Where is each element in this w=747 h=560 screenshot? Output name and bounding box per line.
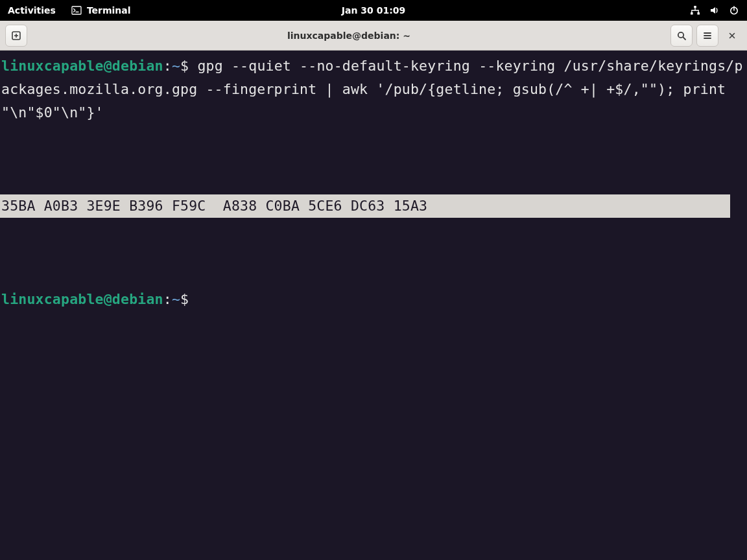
- prompt-sep-2: :: [163, 291, 172, 307]
- svg-rect-0: [72, 6, 81, 14]
- power-icon[interactable]: [729, 5, 739, 16]
- active-app-indicator[interactable]: Terminal: [71, 5, 131, 16]
- gnome-top-panel: Activities Terminal Jan 30 01:09: [0, 0, 747, 21]
- clock-label: Jan 30 01:09: [342, 5, 405, 16]
- close-icon: [728, 31, 737, 40]
- prompt-path-2: ~: [172, 291, 180, 307]
- close-button[interactable]: [722, 26, 742, 45]
- prompt-symbol-2: $: [180, 291, 189, 307]
- terminal-viewport[interactable]: linuxcapable@debian:~$ gpg --quiet --no-…: [0, 51, 747, 560]
- menu-button[interactable]: [696, 25, 718, 47]
- prompt-path: ~: [172, 58, 180, 74]
- search-icon: [676, 30, 687, 41]
- active-app-label: Terminal: [87, 5, 131, 16]
- window-titlebar: linuxcapable@debian: ~: [0, 21, 747, 51]
- cursor-space: [189, 291, 197, 307]
- activities-label: Activities: [8, 5, 56, 16]
- svg-rect-3: [691, 12, 693, 15]
- search-button[interactable]: [670, 25, 693, 47]
- titlebar-right: [670, 25, 742, 47]
- clock-button[interactable]: Jan 30 01:09: [342, 5, 405, 16]
- svg-rect-4: [697, 12, 700, 15]
- output-fingerprint-line: 35BA A0B3 3E9E B396 F59C A838 C0BA 5CE6 …: [0, 194, 730, 218]
- plus-icon: [11, 30, 21, 41]
- fingerprint-text: 35BA A0B3 3E9E B396 F59C A838 C0BA 5CE6 …: [1, 198, 427, 214]
- blank-line-2: [0, 241, 747, 264]
- top-panel-right: [690, 5, 739, 16]
- prompt-line-2: linuxcapable@debian:~$: [0, 288, 747, 311]
- prompt-user-2: linuxcapable@debian: [1, 291, 163, 307]
- prompt-line-1: linuxcapable@debian:~$ gpg --quiet --no-…: [0, 54, 747, 124]
- hamburger-icon: [702, 30, 713, 41]
- titlebar-left: [5, 25, 27, 47]
- volume-icon[interactable]: [709, 5, 720, 16]
- top-panel-left: Activities Terminal: [8, 5, 131, 16]
- window-title: linuxcapable@debian: ~: [27, 30, 670, 41]
- prompt-user: linuxcapable@debian: [1, 58, 163, 74]
- blank-line-1: [0, 148, 747, 171]
- svg-rect-2: [694, 6, 696, 8]
- network-icon[interactable]: [690, 5, 700, 16]
- terminal-icon: [71, 5, 82, 16]
- activities-button[interactable]: Activities: [8, 5, 56, 16]
- prompt-symbol: $: [180, 58, 189, 74]
- prompt-sep: :: [163, 58, 172, 74]
- new-tab-button[interactable]: [5, 25, 27, 47]
- svg-line-11: [683, 37, 685, 40]
